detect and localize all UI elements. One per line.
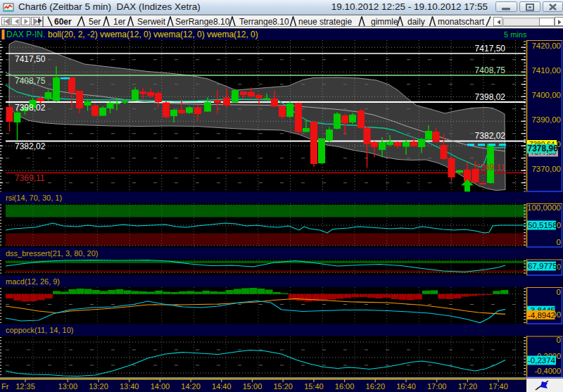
svg-text:67,9775: 67,9775 <box>528 262 557 270</box>
svg-text:7417,50: 7417,50 <box>15 54 46 64</box>
svg-text:7378,96: 7378,96 <box>528 144 559 153</box>
svg-text:0: 0 <box>557 336 561 344</box>
svg-text:dss_bressert(21, 3, 80, 20): dss_bressert(21, 3, 80, 20) <box>6 249 98 258</box>
svg-text:7408,75: 7408,75 <box>475 65 506 75</box>
svg-text:0: 0 <box>557 238 561 246</box>
svg-text:15:40: 15:40 <box>304 382 324 391</box>
svg-text:7382,02: 7382,02 <box>475 131 506 141</box>
svg-text:17:00: 17:00 <box>427 382 447 391</box>
svg-text:50,5158: 50,5158 <box>528 221 557 229</box>
svg-text:7400,00: 7400,00 <box>531 91 561 99</box>
svg-text:13:00: 13:00 <box>58 382 78 391</box>
svg-text:17:40: 17:40 <box>488 382 508 391</box>
svg-text:-4,8942: -4,8942 <box>528 311 555 320</box>
svg-text:13:20: 13:20 <box>89 382 108 391</box>
svg-text:16:20: 16:20 <box>366 382 386 391</box>
svg-text:boll(20, 2, -2) vwema(12, 0) v: boll(20, 2, -2) vwema(12, 0) vwema(12, 0… <box>48 30 258 39</box>
svg-text:7420,00: 7420,00 <box>531 42 561 50</box>
svg-text:0: 0 <box>557 288 561 296</box>
svg-text:15:00: 15:00 <box>243 382 262 391</box>
svg-text:7410,00: 7410,00 <box>531 66 561 75</box>
svg-text:12:35: 12:35 <box>15 382 35 391</box>
svg-text:DAX P-IN.: DAX P-IN. <box>6 30 45 39</box>
svg-text:7408,75: 7408,75 <box>15 76 46 86</box>
svg-text:14:20: 14:20 <box>181 382 201 391</box>
svg-text:coppock(11, 14, 10): coppock(11, 14, 10) <box>6 326 73 334</box>
svg-text:100,0000: 100,0000 <box>527 203 561 212</box>
svg-text:-0,4000: -0,4000 <box>535 367 561 375</box>
svg-text:7390,00: 7390,00 <box>531 115 561 124</box>
svg-text:17:20: 17:20 <box>458 382 478 391</box>
svg-text:15:20: 15:20 <box>273 382 293 391</box>
svg-text:7398,02: 7398,02 <box>475 92 506 102</box>
svg-text:7369,11: 7369,11 <box>15 173 45 183</box>
svg-text:16:00: 16:00 <box>335 382 355 391</box>
svg-text:7370,00: 7370,00 <box>531 165 561 173</box>
svg-text:14:00: 14:00 <box>151 382 170 391</box>
svg-text:macd(12, 26, 9): macd(12, 26, 9) <box>6 277 60 286</box>
svg-text:Fr: Fr <box>1 382 9 391</box>
svg-text:rsi(14, 70, 30, 1): rsi(14, 70, 30, 1) <box>6 194 62 202</box>
svg-text:13:40: 13:40 <box>120 382 139 391</box>
svg-text:-0,2374: -0,2374 <box>528 356 556 365</box>
svg-text:16:40: 16:40 <box>396 382 416 391</box>
svg-text:7417,50: 7417,50 <box>475 44 506 53</box>
svg-text:7369,11: 7369,11 <box>476 163 506 172</box>
svg-text:7398,02: 7398,02 <box>15 103 46 113</box>
svg-text:14:40: 14:40 <box>212 382 232 391</box>
svg-text:5 mins: 5 mins <box>504 30 527 39</box>
svg-text:7382,02: 7382,02 <box>15 141 46 151</box>
